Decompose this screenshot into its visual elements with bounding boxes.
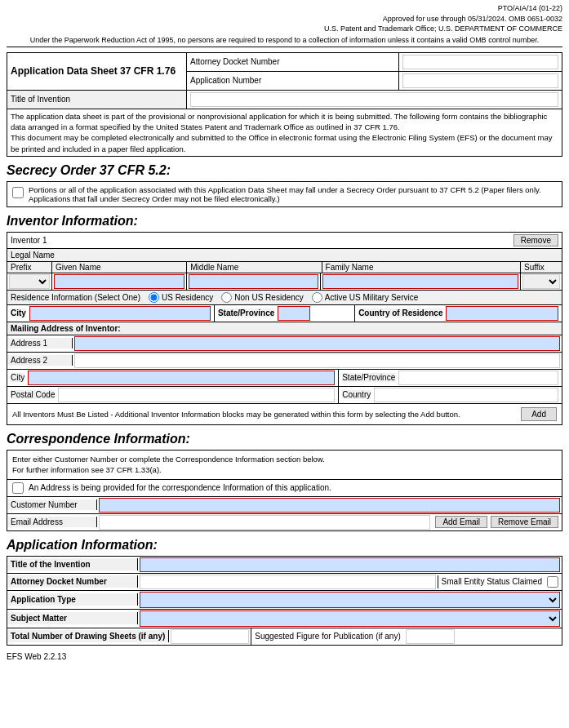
remove-email-button[interactable]: Remove Email [491,516,558,528]
secrecy-order-header: Secrecy Order 37 CFR 5.2: [7,163,562,178]
legal-name-label: Legal Name [7,249,562,262]
app-attorney-docket-input-wrap [138,574,438,590]
city-cell: City [7,305,215,322]
family-name-input[interactable] [322,274,518,289]
name-fields-header: Prefix Given Name Middle Name Family Nam… [7,262,562,273]
small-entity-label: Small Entity Status Claimed [442,577,542,586]
total-drawing-sheets-input-wrap [169,628,251,645]
address1-label: Address 1 [7,338,73,348]
attorney-docket-input[interactable] [402,55,558,69]
add-inventor-button[interactable]: Add [521,407,557,421]
middle-name-input[interactable] [189,274,319,289]
non-us-residency-option[interactable]: Non US Residency [221,292,303,303]
given-name-column-header: Given Name [52,262,187,273]
top-form-table: Application Data Sheet 37 CFR 1.76 Attor… [7,52,562,157]
email-address-input[interactable] [99,515,430,530]
total-drawing-sheets-input[interactable] [171,629,249,644]
suffix-select[interactable] [522,274,560,289]
email-address-input-wrap [97,514,432,530]
inventor-section: Inventor 1 Remove Legal Name Prefix Give… [7,232,562,425]
customer-number-input[interactable] [99,498,560,513]
total-drawing-sheets-label: Total Number of Drawing Sheets (if any) [7,630,169,642]
non-us-residency-label: Non US Residency [234,293,303,302]
address2-input-wrap [73,353,562,369]
subject-matter-select[interactable] [140,610,560,627]
inventor-label: Inventor 1 [11,236,47,245]
given-name-input[interactable] [54,274,184,289]
mailing-state-label: State/Province [342,373,395,382]
title-invention-input-wrap [138,557,562,573]
corr-checkbox-label: An Address is being provided for the cor… [29,483,331,492]
corr-address-checkbox[interactable] [12,482,24,494]
mailing-city-cell: City [7,370,339,386]
us-residency-option[interactable]: US Residency [149,292,213,303]
email-address-row: Email Address Add Email Remove Email [7,514,562,530]
country-of-residence-label: Country of Residence [358,309,442,317]
correspondence-info-header: Correspondence Information: [7,432,562,446]
application-type-input-wrap [138,591,562,609]
add-inventor-row: All Inventors Must Be Listed - Additiona… [7,404,562,424]
secrecy-order-checkbox[interactable] [12,187,24,198]
country-of-residence-input[interactable] [446,306,558,321]
subject-matter-input-wrap [138,610,562,628]
remove-inventor-button[interactable]: Remove [513,234,558,246]
us-residency-label: US Residency [162,293,213,302]
application-type-row: Application Type [7,591,562,610]
subject-matter-label: Subject Matter [7,612,138,624]
active-military-label: Active US Military Service [325,293,418,302]
city-input[interactable] [29,306,211,321]
application-number-input[interactable] [402,73,558,88]
address2-row: Address 2 [7,353,562,370]
small-entity-checkbox[interactable] [547,576,558,588]
suffix-input-cell [521,273,562,290]
drawing-figure-row: Total Number of Drawing Sheets (if any) … [7,628,562,645]
customer-number-input-wrap [97,497,562,513]
add-email-button[interactable]: Add Email [435,516,487,528]
middle-name-input-cell [187,273,322,290]
app-attorney-docket-label: Attorney Docket Number [7,575,138,588]
app-attorney-docket-input[interactable] [140,575,436,589]
corr-info-content: Enter either Customer Number or complete… [12,455,325,474]
family-name-column-header: Family Name [322,262,521,273]
mailing-city-input[interactable] [28,371,335,385]
title-of-invention-label: Title of Invention [7,90,187,109]
postal-code-label: Postal Code [11,390,55,399]
inventors-note: All Inventors Must Be Listed - Additiona… [12,410,460,419]
form-description: The application data sheet is part of th… [7,109,562,156]
application-info-header: Application Information: [7,538,562,553]
address1-input[interactable] [74,336,560,351]
subject-matter-row: Subject Matter [7,610,562,628]
omb-line: Approved for use through 05/31/2024. OMB… [383,15,562,23]
title-invention-input[interactable] [140,557,560,572]
postal-code-input[interactable] [58,388,335,402]
postal-code-cell: Postal Code [7,387,339,403]
us-residency-radio[interactable] [149,292,159,303]
active-military-radio[interactable] [312,292,322,303]
correspondence-section: Enter either Customer Number or complete… [7,450,562,531]
state-province-cell: State/Province [215,305,355,322]
customer-number-label: Customer Number [7,499,97,510]
prefix-input-cell [7,273,52,290]
suffix-column-header: Suffix [521,262,562,273]
non-us-residency-radio[interactable] [221,292,232,303]
address2-label: Address 2 [7,355,73,366]
active-military-option[interactable]: Active US Military Service [312,292,418,303]
state-province-input[interactable] [278,306,310,321]
prefix-select[interactable] [9,274,50,289]
application-number-label: Application Number [187,71,399,90]
dept-line: U.S. Patent and Trademark Office; U.S. D… [324,24,562,33]
residence-row: Residence Information (Select One) US Re… [7,291,562,305]
inventor-info-header: Inventor Information: [7,214,562,229]
address2-input[interactable] [74,353,560,368]
paperwork-notice: Under the Paperwork Reduction Act of 199… [7,36,562,47]
title-of-invention-input[interactable] [190,92,558,107]
customer-number-row: Customer Number [7,497,562,514]
address1-input-wrap [73,335,562,352]
suggested-figure-input[interactable] [406,629,455,644]
mailing-city-label: City [11,373,24,382]
application-type-select[interactable] [140,592,560,608]
mailing-state-input[interactable] [398,371,558,385]
form-title: Application Data Sheet 37 CFR 1.76 [7,52,187,90]
secrecy-order-box: Portions or all of the application assoc… [7,181,562,207]
country-mailing-input[interactable] [374,388,558,402]
